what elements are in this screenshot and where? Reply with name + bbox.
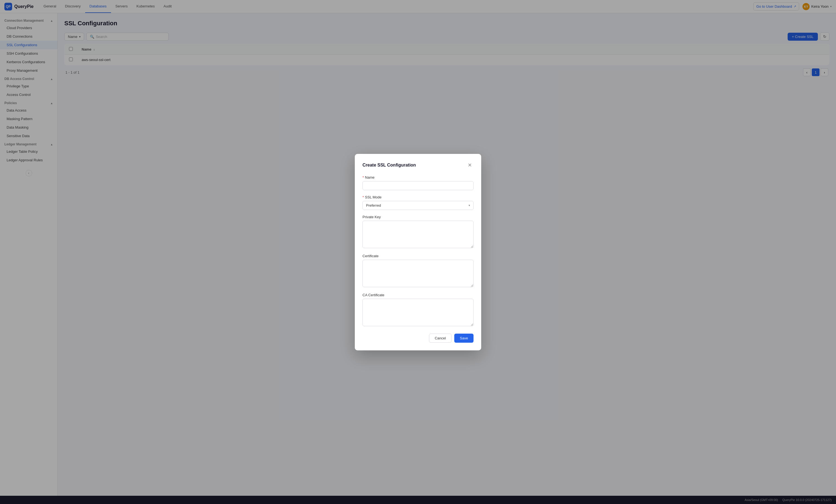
required-star-name: *	[362, 175, 364, 179]
form-group-certificate: Certificate	[362, 254, 474, 288]
certificate-textarea[interactable]	[362, 260, 474, 287]
modal-header: Create SSL Configuration ✕	[362, 161, 474, 169]
form-group-private-key: Private Key	[362, 215, 474, 249]
ssl-mode-wrapper: Disabled Preferred Required Verify CA Ve…	[362, 201, 474, 210]
create-ssl-modal: Create SSL Configuration ✕ * Name * SSL …	[355, 154, 481, 350]
form-group-ssl-mode: * SSL Mode Disabled Preferred Required V…	[362, 195, 474, 210]
modal-title: Create SSL Configuration	[362, 163, 416, 168]
ca-certificate-textarea[interactable]	[362, 299, 474, 326]
modal-close-button[interactable]: ✕	[466, 161, 474, 169]
required-star-mode: *	[362, 195, 364, 199]
name-input[interactable]	[362, 181, 474, 190]
modal-overlay[interactable]: Create SSL Configuration ✕ * Name * SSL …	[0, 0, 836, 504]
private-key-label: Private Key	[362, 215, 474, 219]
modal-footer: Cancel Save	[362, 334, 474, 343]
cancel-button[interactable]: Cancel	[429, 334, 452, 343]
save-button[interactable]: Save	[454, 334, 474, 343]
name-label: * Name	[362, 175, 474, 179]
form-group-ca-certificate: CA Certificate	[362, 293, 474, 327]
private-key-textarea[interactable]	[362, 221, 474, 248]
ssl-mode-select[interactable]: Disabled Preferred Required Verify CA Ve…	[362, 201, 474, 210]
form-group-name: * Name	[362, 175, 474, 190]
certificate-label: Certificate	[362, 254, 474, 258]
ssl-mode-label: * SSL Mode	[362, 195, 474, 199]
ca-certificate-label: CA Certificate	[362, 293, 474, 297]
